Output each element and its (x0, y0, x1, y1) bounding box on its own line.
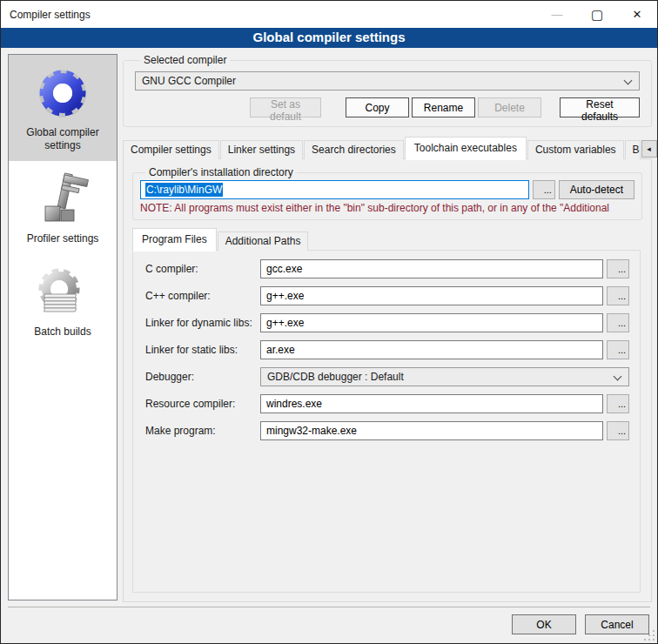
make-program-input[interactable] (260, 421, 603, 440)
tab-additional-paths[interactable]: Additional Paths (218, 231, 309, 251)
minimize-icon[interactable]: — (537, 1, 577, 28)
cpp-compiler-browse-button[interactable]: ... (607, 286, 629, 305)
resource-compiler-input[interactable] (260, 394, 603, 413)
footer-buttons: OK Cancel (1, 607, 657, 634)
field-row-resource-compiler: Resource compiler: ... (145, 394, 629, 413)
sidebar-item-profiler-settings[interactable]: Profiler settings (9, 161, 117, 254)
reset-defaults-button[interactable]: Reset defaults (560, 97, 640, 117)
c-compiler-label: C compiler: (145, 263, 260, 275)
toolchain-executables-panel: Compiler's installation directory C:\ray… (123, 158, 652, 602)
make-program-browse-button[interactable]: ... (607, 421, 629, 440)
bin-subdirectory-note: NOTE: All programs must exist either in … (140, 202, 634, 214)
c-compiler-browse-button[interactable]: ... (607, 259, 629, 278)
compiler-select-value: GNU GCC Compiler (142, 75, 236, 87)
tab-search-directories[interactable]: Search directories (304, 140, 404, 159)
tab-toolchain-executables[interactable]: Toolchain executables (405, 137, 527, 160)
static-linker-browse-button[interactable]: ... (607, 340, 629, 359)
installation-directory-legend: Compiler's installation directory (145, 166, 297, 178)
resource-compiler-browse-button[interactable]: ... (607, 394, 629, 413)
field-row-cpp-compiler: C++ compiler: ... (145, 286, 629, 305)
cancel-button[interactable]: Cancel (585, 614, 649, 634)
static-linker-input[interactable] (260, 340, 603, 359)
tab-compiler-settings[interactable]: Compiler settings (123, 140, 219, 159)
field-row-static-linker: Linker for static libs: ... (145, 340, 629, 359)
dynamic-linker-browse-button[interactable]: ... (607, 313, 629, 332)
copy-button[interactable]: Copy (346, 97, 409, 117)
static-linker-label: Linker for static libs: (145, 344, 260, 356)
installation-directory-value: C:\raylib\MinGW (145, 183, 223, 197)
debugger-select-value: GDB/CDB debugger : Default (267, 371, 404, 383)
titlebar: Compiler settings — ▢ ✕ (1, 1, 657, 28)
dynamic-linker-input[interactable] (260, 313, 603, 332)
dialog-footer: OK Cancel (1, 607, 657, 643)
settings-category-list: Global compiler settings (8, 54, 118, 600)
dialog-body: Global compiler settings (1, 48, 657, 607)
chevron-down-icon (614, 372, 622, 381)
field-row-c-compiler: C compiler: ... (145, 259, 629, 278)
tab-scroll-left-icon[interactable]: ◂ (641, 140, 657, 158)
field-row-dynamic-linker: Linker for dynamic libs: ... (145, 313, 629, 332)
rename-button[interactable]: Rename (412, 97, 475, 117)
window-controls: — ▢ ✕ (537, 1, 657, 28)
debugger-label: Debugger: (145, 371, 260, 383)
auto-detect-button[interactable]: Auto-detect (559, 180, 634, 199)
field-row-make-program: Make program: ... (145, 421, 629, 440)
installation-directory-group: Compiler's installation directory C:\ray… (132, 166, 642, 220)
blue-gear-icon (35, 65, 91, 121)
tab-build-clipped[interactable]: Builc (625, 140, 641, 159)
sidebar-item-label: Global compiler settings (12, 126, 113, 152)
cpp-compiler-label: C++ compiler: (145, 290, 260, 302)
spacer (321, 97, 346, 117)
tab-scrollers: ◂ ▸ (641, 140, 658, 159)
settings-content: Selected compiler GNU GCC Compiler Set a… (123, 54, 652, 602)
tab-linker-settings[interactable]: Linker settings (220, 140, 303, 159)
installation-directory-row: C:\raylib\MinGW ... Auto-detect (140, 180, 634, 199)
compiler-select[interactable]: GNU GCC Compiler (135, 71, 640, 91)
spacer (135, 97, 250, 117)
sidebar-item-batch-builds[interactable]: Batch builds (9, 254, 117, 347)
field-row-debugger: Debugger: GDB/CDB debugger : Default (145, 367, 629, 386)
compiler-settings-dialog: Compiler settings — ▢ ✕ Global compiler … (0, 0, 658, 644)
installation-directory-input[interactable]: C:\raylib\MinGW (140, 180, 529, 199)
dynamic-linker-label: Linker for dynamic libs: (145, 317, 260, 329)
cpp-compiler-input[interactable] (260, 286, 603, 305)
page-title: Global compiler settings (1, 28, 657, 48)
selected-compiler-legend: Selected compiler (140, 54, 230, 66)
tab-program-files[interactable]: Program Files (132, 228, 217, 252)
resize-grip-icon[interactable] (644, 630, 655, 641)
sidebar-item-label: Profiler settings (27, 232, 99, 245)
sidebar-item-global-compiler-settings[interactable]: Global compiler settings (9, 55, 117, 161)
resource-compiler-label: Resource compiler: (145, 398, 260, 410)
gray-gear-stack-icon (35, 265, 91, 320)
compiler-actions: Set as default Copy Rename Delete Reset … (135, 97, 640, 117)
window-title: Compiler settings (1, 9, 91, 21)
chevron-down-icon (624, 77, 633, 85)
sidebar-item-label: Batch builds (34, 325, 91, 339)
program-files-panel: C compiler: ... C++ compiler: ... Linker… (132, 250, 641, 593)
browse-directory-button[interactable]: ... (533, 180, 555, 199)
make-program-label: Make program: (145, 425, 260, 437)
compiler-tabs: Compiler settings Linker settings Search… (123, 136, 652, 159)
delete-button[interactable]: Delete (478, 97, 541, 117)
spacer (541, 97, 560, 117)
caliper-icon (35, 171, 91, 227)
selected-compiler-group: Selected compiler GNU GCC Compiler Set a… (123, 54, 652, 127)
close-icon[interactable]: ✕ (617, 1, 657, 28)
ok-button[interactable]: OK (512, 614, 576, 634)
set-as-default-button[interactable]: Set as default (250, 97, 321, 117)
tab-custom-variables[interactable]: Custom variables (527, 140, 624, 159)
maximize-icon[interactable]: ▢ (577, 1, 617, 28)
c-compiler-input[interactable] (260, 259, 603, 278)
program-files-tabs: Program Files Additional Paths (132, 227, 651, 251)
debugger-select[interactable]: GDB/CDB debugger : Default (260, 367, 629, 386)
